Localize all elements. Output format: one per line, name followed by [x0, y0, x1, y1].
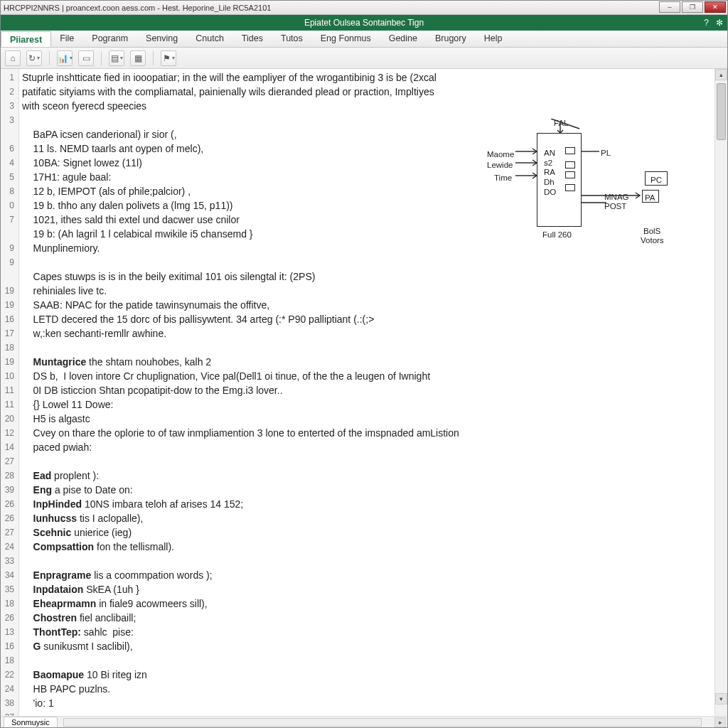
tool-refresh-icon[interactable]: ↻▾	[26, 50, 42, 66]
ribbon-titlebar: Epiatet Oulsea Sontainbec Tign ? ✻	[1, 15, 727, 31]
scroll-down-icon[interactable]: ▾	[715, 693, 727, 705]
gutter-line-number: 11	[1, 383, 18, 397]
maximize-button[interactable]: ❐	[682, 1, 703, 13]
diagram-left-mid: Lewide	[487, 158, 513, 172]
gutter-line-number: 18	[1, 596, 18, 611]
gutter-line-number: 38	[1, 696, 18, 710]
horizontal-scrollbar[interactable]: Sonmuysic ▸	[1, 716, 727, 727]
menu-cnutch[interactable]: Cnutch	[187, 31, 233, 47]
editor-line: {} Lowel 11 Dowe:	[22, 397, 710, 412]
gutter-line-number: 20	[1, 412, 18, 426]
editor-line: Enpragrame lis a coommpation words );	[22, 568, 710, 582]
editor-line	[22, 341, 710, 355]
diagram-bottom-label: Full 260	[542, 228, 572, 242]
scroll-thumb[interactable]	[717, 83, 726, 140]
gutter-line-number: 1	[1, 70, 18, 85]
window-controls: – ❐ ✕	[659, 1, 726, 13]
gutter-line-number: 19	[1, 355, 18, 369]
menu-pogranm[interactable]: Pogranm	[83, 31, 137, 47]
editor-line: Muntagrice the shtam nouhobes, kalh 2	[22, 355, 710, 369]
menu-senving[interactable]: Senving	[137, 31, 187, 47]
gutter-line-number: 17	[1, 326, 18, 341]
menu-file[interactable]: File	[51, 31, 83, 47]
editor-line: Capes stuwps is is in the beily exitimal…	[22, 269, 710, 284]
editor-line: HB PAPC puzlns.	[22, 682, 710, 696]
editor-line: Scehnic unierice (ieg)	[22, 525, 710, 540]
vertical-scrollbar[interactable]: ▴ ▾	[714, 69, 727, 716]
tool-flag-icon[interactable]: ⚑▾	[161, 50, 176, 66]
gutter-line-number: 26	[1, 497, 18, 511]
editor-line: paced pwiah:	[22, 440, 710, 454]
editor-line: 0I DB isticcion Shtan pcopatipit-dow to …	[22, 383, 710, 397]
editor-line: patifatic sityiams with the compliamatal…	[22, 85, 710, 99]
gutter-line-number: 28	[1, 469, 18, 483]
tool-home-icon[interactable]: ⌂	[5, 50, 21, 66]
titlebar-text: HRCPPI2NNRS | proancext.coon aess.com - …	[4, 4, 271, 12]
menu-piiarest[interactable]: Piiarest	[1, 31, 51, 47]
editor-line: Eheaprmamn in fiale9 acowmeers sill),	[22, 596, 710, 611]
gutter-line-number: 24	[1, 540, 18, 554]
options-icon[interactable]: ✻	[716, 18, 723, 28]
gutter-line-number: 3	[1, 99, 18, 113]
gutter-line-number: 12	[1, 426, 18, 440]
menu-eng fonmus[interactable]: Eng Fonmus	[312, 31, 380, 47]
app-window: HRCPPI2NNRS | proancext.coon aess.com - …	[0, 0, 728, 728]
editor-line: H5 is algastc	[22, 412, 710, 426]
diagram-inner5: DO	[544, 185, 556, 199]
gutter-line-number: 19	[1, 298, 18, 312]
tool-window-icon[interactable]: ▭	[78, 50, 94, 66]
gutter-line-number: 16	[1, 312, 18, 326]
close-button[interactable]: ✕	[705, 1, 726, 13]
editor-line: Stuprle inshtticate fied in iooopatiar; …	[22, 70, 710, 85]
line-gutter: 1233645807991919161718191011112012142728…	[1, 69, 19, 716]
diagram: FAL AN s2 RA Dh DO Maome Lewide Time PL …	[487, 119, 686, 261]
gutter-line-number	[1, 127, 18, 141]
editor-line: with sceon fyerecd speecies	[22, 99, 710, 113]
gutter-line-number: 0	[1, 198, 18, 213]
diagram-right-small-label: PA	[645, 191, 655, 205]
diagram-label-top: FAL	[554, 116, 568, 130]
ribbon-title: Epiatet Oulsea Sontainbec Tign	[304, 18, 424, 28]
tool-grid-icon[interactable]: ▦	[130, 50, 146, 66]
gutter-line-number: 6	[1, 141, 18, 156]
gutter-line-number	[1, 269, 18, 284]
scroll-up-icon[interactable]: ▴	[715, 69, 727, 80]
gutter-line-number: 10	[1, 369, 18, 383]
help-icon[interactable]: ?	[704, 18, 709, 28]
toolbar-separator	[49, 51, 50, 65]
diagram-rb2: Votors	[641, 233, 664, 247]
diagram-port	[565, 171, 575, 178]
toolbar-separator	[153, 51, 154, 65]
editor-line: Inpdataion SkEA (1uh }	[22, 582, 710, 596]
menu-gedine[interactable]: Gedine	[380, 31, 427, 47]
menu-tutos[interactable]: Tutos	[272, 31, 312, 47]
menu-brugory[interactable]: Brugory	[427, 31, 476, 47]
diagram-port	[565, 184, 575, 191]
editor-line: LETD decered the 15 dorc of bis pallisyw…	[22, 312, 710, 326]
editor-line: Compsattion fon the tellismall).	[22, 540, 710, 554]
scroll-right-icon[interactable]: ▸	[714, 717, 726, 727]
minimize-button[interactable]: –	[659, 1, 680, 13]
editor-line: DS b, I loven intore Cr chuplignation, V…	[22, 369, 710, 383]
menu-tides[interactable]: Tides	[233, 31, 272, 47]
gutter-line-number: 26	[1, 611, 18, 625]
editor-area[interactable]: Stuprle inshtticate fied in iooopatiar; …	[19, 69, 714, 716]
editor-line: 'io: 1	[22, 696, 710, 710]
tool-list-icon[interactable]: ▤▾	[109, 50, 124, 66]
gutter-line-number: 24	[1, 682, 18, 696]
sheet-tab[interactable]: Sonmuysic	[4, 717, 58, 727]
diagram-left-bot: Time	[494, 171, 512, 185]
gutter-line-number: 14	[1, 440, 18, 454]
tool-chart-icon[interactable]: 📊▾	[57, 50, 73, 66]
gutter-line-number: 7	[1, 213, 18, 227]
gutter-line-number: 33	[1, 554, 18, 568]
gutter-line-number: 26	[1, 511, 18, 525]
gutter-line-number: 19	[1, 284, 18, 298]
gutter-line-number: 5	[1, 170, 18, 184]
menu-bar: PiiarestFilePogranmSenvingCnutchTidesTut…	[1, 31, 727, 48]
menu-help[interactable]: Help	[476, 31, 512, 47]
hscroll-track[interactable]	[63, 718, 702, 727]
diagram-right-midbot: POST	[604, 199, 626, 213]
gutter-line-number: 4	[1, 156, 18, 170]
gutter-line-number: 18	[1, 653, 18, 668]
